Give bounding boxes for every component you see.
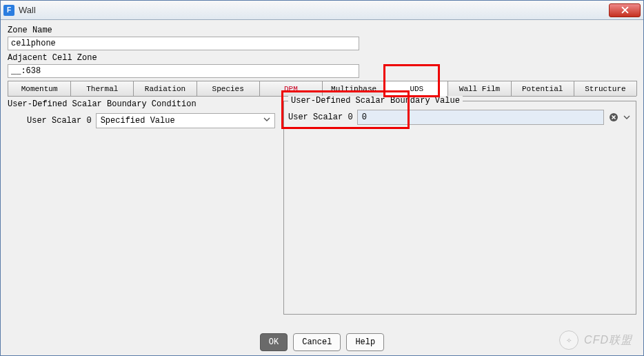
titlebar: F Wall (1, 1, 643, 20)
tab-dpm[interactable]: DPM (259, 81, 323, 96)
tab-structure[interactable]: Structure (574, 81, 637, 96)
clear-button[interactable] (607, 110, 621, 124)
chevron-down-icon (623, 114, 630, 121)
dialog-footer: OK Cancel Help (1, 333, 643, 351)
tab-thermal[interactable]: Thermal (70, 81, 134, 96)
help-button[interactable]: Help (346, 333, 384, 351)
tab-radiation[interactable]: Radiation (133, 81, 197, 96)
tab-species[interactable]: Species (197, 81, 260, 96)
tab-multiphase[interactable]: Multiphase (322, 81, 385, 96)
watermark: ✧ CFD联盟 (559, 330, 632, 350)
bc-row-label: User Scalar 0 (27, 116, 92, 126)
zone-name-label: Zone Name (8, 26, 636, 35)
bv-dropdown-caret[interactable] (622, 114, 632, 121)
bv-value-input[interactable] (357, 110, 604, 125)
panels: User-Defined Scalar Boundary Condition U… (8, 101, 636, 315)
chevron-down-icon (263, 116, 270, 126)
bv-row: User Scalar 0 (288, 110, 632, 125)
bc-row: User Scalar 0 Specified Value (27, 113, 283, 128)
clear-icon (609, 112, 618, 122)
adjacent-zone-input[interactable] (8, 64, 359, 78)
window-title: Wall (19, 5, 609, 15)
tab-uds[interactable]: UDS (385, 81, 448, 96)
ok-button[interactable]: OK (260, 333, 288, 351)
bc-dropdown-value: Specified Value (101, 116, 175, 126)
boundary-condition-panel: User-Defined Scalar Boundary Condition U… (8, 101, 283, 315)
tab-potential[interactable]: Potential (511, 81, 574, 96)
boundary-value-panel: User-Defined Scalar Boundary Value User … (283, 101, 636, 315)
tab-momentum[interactable]: Momentum (8, 81, 71, 96)
adjacent-zone-label: Adjacent Cell Zone (8, 53, 636, 63)
watermark-icon: ✧ (559, 330, 578, 350)
app-icon: F (3, 5, 14, 16)
bv-row-label: User Scalar 0 (288, 112, 353, 122)
close-icon (621, 6, 629, 14)
zone-name-input[interactable] (8, 37, 359, 50)
dialog-content: Zone Name Adjacent Cell Zone Momentum Th… (1, 20, 643, 320)
bc-heading: User-Defined Scalar Boundary Condition (8, 99, 283, 109)
tab-bar: Momentum Thermal Radiation Species DPM M… (8, 81, 636, 97)
cancel-button[interactable]: Cancel (293, 333, 341, 351)
bc-dropdown[interactable]: Specified Value (96, 113, 275, 128)
close-button[interactable] (609, 3, 641, 17)
wall-dialog: F Wall Zone Name Adjacent Cell Zone Mome… (0, 0, 644, 356)
tab-wall-film[interactable]: Wall Film (447, 81, 511, 96)
watermark-text: CFD联盟 (584, 333, 632, 348)
bv-heading: User-Defined Scalar Boundary Value (288, 96, 463, 106)
